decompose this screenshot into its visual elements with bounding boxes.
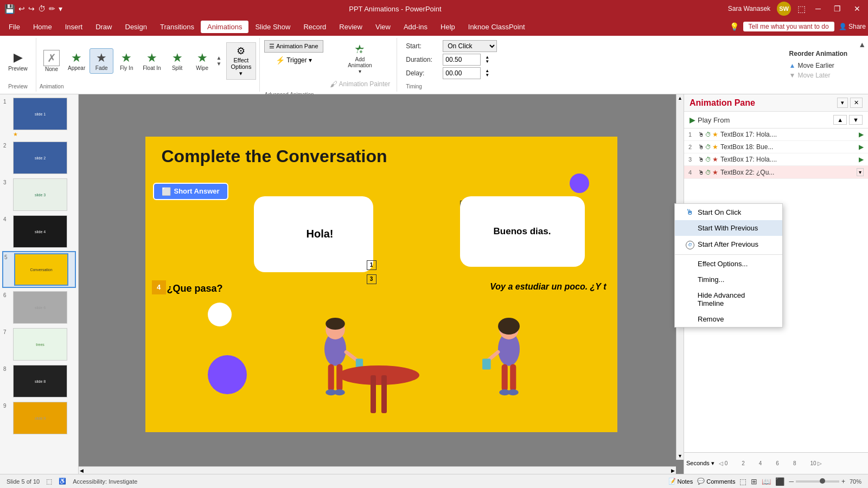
menu-home[interactable]: Home [27,21,59,33]
anim-wipe-btn[interactable]: ★ Wipe [190,49,214,73]
anim-pane-icon: ☰ [269,43,275,49]
menu-addins[interactable]: Add-ins [397,21,434,33]
redo-btn[interactable]: ↪ [28,4,35,13]
ctx-timing[interactable]: Timing... [675,272,782,287]
menu-draw[interactable]: Draw [89,21,118,33]
user-avatar[interactable]: SW [777,2,791,16]
slide-thumb-4[interactable]: 4 slide 4 [2,214,76,249]
slide-thumb-8[interactable]: 8 slide 8 [2,364,76,399]
slide-thumb-3[interactable]: 3 slide 3 [2,177,76,212]
slide-thumb-1[interactable]: 1 slide 1 ★ [2,97,76,138]
duration-spinner[interactable]: ▲ ▼ [485,55,489,64]
menu-insert[interactable]: Insert [59,21,90,33]
close-btn[interactable]: ✕ [851,3,864,14]
play-from-btn[interactable]: ▶ Play From [690,115,730,124]
comments-btn[interactable]: 💬 Comments [697,478,735,485]
h-scrollbar[interactable]: ◀ ▶ [79,466,676,474]
scroll-up-btn[interactable]: ▲ [678,95,682,101]
undo-btn[interactable]: ↩ [18,4,25,13]
anim-item-4[interactable]: 4 🖱 ⏱ ★ TextBox 22: ¿Qu... ▾ [684,166,868,179]
zoom-in-btn[interactable]: + [841,478,845,485]
menu-review[interactable]: Review [333,21,369,33]
ribbon-collapse[interactable]: ▲ [856,38,868,92]
fit-page-icon[interactable]: ⬚ [46,478,52,485]
short-answer-btn[interactable]: ⬜ Short Answer [153,183,228,200]
add-animation-btn[interactable]: ★+ Add Animation ▾ [344,40,375,76]
preview-button[interactable]: ▶ Preview [4,48,31,74]
menu-slideshow[interactable]: Slide Show [248,21,297,33]
scroll-left-btn[interactable]: ◀ [80,468,84,473]
anim-floatin-btn[interactable]: ★ Float In [139,49,164,73]
slide-thumb-5[interactable]: 5 Conversation [2,251,76,288]
slide-thumb-6[interactable]: 6 slide 6 [2,290,76,325]
monitor-icon[interactable]: ⬚ [797,4,806,14]
menu-record[interactable]: Record [297,21,333,33]
anim-item-3[interactable]: 3 🖱 ⏱ ★ TextBox 17: Hola.... ▶ [684,153,868,166]
zoom-out-btn[interactable]: ─ [789,478,794,485]
scroll-down-icon[interactable]: ▼ [216,61,222,67]
zoom-slider[interactable] [796,480,839,483]
slide-thumb-9[interactable]: 9 slide 9 [2,401,76,435]
menu-view[interactable]: View [369,21,397,33]
normal-view-icon[interactable]: ⬚ [739,477,746,486]
pane-collapse-btn[interactable]: ▾ [837,98,848,108]
seconds-label[interactable]: Seconds ▾ [686,460,714,467]
delay-spinner[interactable]: ▲ ▼ [485,69,489,78]
customize-btn[interactable]: ✏ [49,4,55,13]
ctx-start-on-click[interactable]: 🖱 Start On Click [675,204,782,220]
anim-none-btn[interactable]: ✗ None [40,48,63,74]
add-anim-label: Add [355,56,365,62]
move-earlier-btn[interactable]: ▲ Move Earlier [789,61,848,70]
notes-btn[interactable]: 📝 Notes [668,478,693,485]
delay-input[interactable] [443,67,481,79]
ctx-hide-timeline[interactable]: Hide Advanced Timeline [675,287,782,311]
duration-input[interactable] [443,54,481,66]
slide-thumb-7[interactable]: 7 trees [2,327,76,362]
anim-scrollbar[interactable]: ▲ ▼ [215,53,223,69]
menu-animations[interactable]: Animations [201,21,248,33]
anim-fade-btn[interactable]: ★ Fade [90,48,113,74]
menu-help[interactable]: Help [434,21,462,33]
menu-classpoint[interactable]: Inknoe ClassPoint [462,21,532,33]
ctx-start-after-previous[interactable]: ⏱ Start After Previous [675,236,782,253]
start-select[interactable]: On Click With Previous After Previous [443,40,497,52]
share-btn[interactable]: 👤 Share [839,23,866,30]
search-bar[interactable]: Tell me what you want to do [743,22,834,31]
presenter-view-icon[interactable]: ⬛ [775,477,784,486]
pane-up-btn[interactable]: ▲ [833,115,847,125]
anim-num-3: 3 [688,156,696,163]
trigger-btn[interactable]: ⚡ Trigger ▾ [273,55,314,66]
animation-pane-btn[interactable]: ☰ Animation Pane [264,40,323,53]
effect-options-btn[interactable]: ⚙ Effect Options ▾ [226,42,257,80]
anim-split-btn[interactable]: ★ Split [165,49,189,73]
menu-file[interactable]: File [2,21,27,33]
zoom-thumb[interactable] [820,478,825,484]
ctx-start-with-previous[interactable]: Start With Previous [675,220,782,236]
pane-close-btn[interactable]: ✕ [850,98,863,108]
menu-design[interactable]: Design [119,21,154,33]
anim-item-2[interactable]: 2 🖱 ⏱ ★ TextBox 18: Bue... ▶ [684,141,868,153]
restore-btn[interactable]: ❐ [831,3,844,14]
delay-down-arrow[interactable]: ▼ [485,73,489,78]
anim-flyin-btn[interactable]: ★ Fly In [114,49,138,73]
more-btn[interactable]: ▾ [59,4,62,13]
anim-appear-btn[interactable]: ★ Appear [65,49,88,73]
anim-dropdown-4[interactable]: ▾ [857,168,864,176]
scroll-right-btn[interactable]: ▶ [671,468,675,473]
scroll-up-icon[interactable]: ▲ [216,55,222,61]
pane-down-btn[interactable]: ▼ [849,115,863,125]
ctx-effect-options[interactable]: Effect Options... [675,256,782,272]
ribbon-collapse-icon[interactable]: ▲ [858,40,866,49]
minimize-btn[interactable]: ─ [812,3,824,14]
reading-view-icon[interactable]: 📖 [762,477,771,486]
scroll-down-btn[interactable]: ▼ [678,453,682,459]
autosave-btn[interactable]: ⏱ [38,4,46,13]
ctx-remove[interactable]: Remove [675,311,782,327]
slide-thumb-2[interactable]: 2 slide 2 [2,140,76,175]
menu-transitions[interactable]: Transitions [154,21,201,33]
duration-down-arrow[interactable]: ▼ [485,60,489,64]
anim-item-1[interactable]: 1 🖱 ⏱ ★ TextBox 17: Hola.... ▶ [684,129,868,141]
animation-painter-btn[interactable]: 🖌 Animation Painter [328,79,393,89]
zoom-level[interactable]: 70% [850,478,861,485]
slide-sorter-icon[interactable]: ⊞ [751,477,757,486]
